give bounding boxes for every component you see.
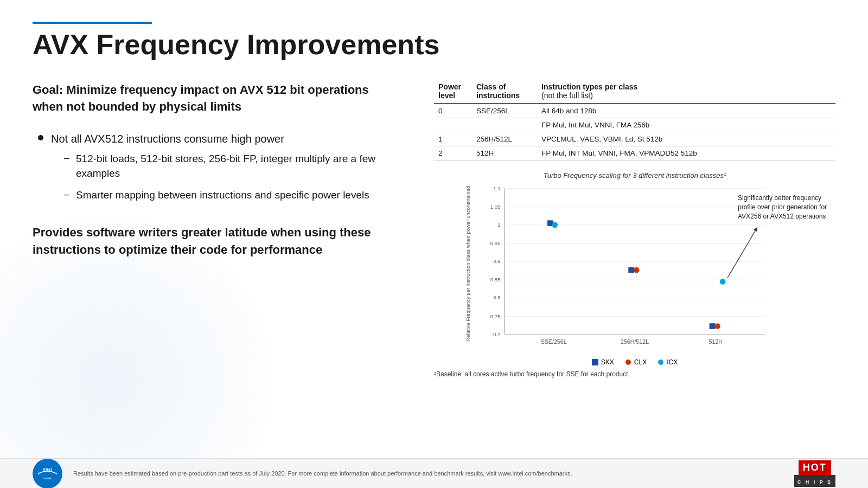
sub-bullet-item-1: – 512-bit loads, 512-bit stores, 256-bit…: [64, 151, 401, 181]
table-cell-class-1: 256H/512L: [472, 132, 537, 146]
svg-text:256H/512L: 256H/512L: [621, 338, 649, 345]
chart-annotation: Significantly better frequency profile o…: [738, 194, 835, 221]
conclusion-text: Provides software writers greater latitu…: [33, 224, 401, 259]
svg-text:512H: 512H: [709, 338, 723, 345]
header-accent-line: [33, 22, 152, 24]
chart-footnote: ¹Baseline: all cores active turbo freque…: [434, 370, 835, 378]
data-point-skx-512h: [710, 323, 716, 329]
data-point-clx-512h: [714, 323, 720, 329]
legend-item-clx: CLX: [625, 358, 647, 366]
data-point-skx-256h: [628, 267, 634, 273]
table-row-0: 0 SSE/256L All 64b and 128b: [434, 104, 835, 118]
page-title: AVX Frequency Improvements: [33, 29, 835, 60]
table-row-1: 1 256H/512L VPCLMUL, VAES, VBMI, Ld, St …: [434, 132, 835, 146]
svg-text:1: 1: [497, 222, 500, 228]
svg-line-24: [727, 229, 756, 279]
legend-label-clx: CLX: [634, 358, 647, 366]
data-point-icx-sse: [552, 222, 558, 228]
svg-text:0.85: 0.85: [490, 277, 501, 283]
svg-text:0.9: 0.9: [493, 258, 500, 264]
sub-dash-2: –: [64, 189, 69, 200]
legend-item-icx: ICX: [658, 358, 678, 366]
main-container: AVX Frequency Improvements Goal: Minimiz…: [0, 0, 868, 488]
legend-icon-clx: [625, 359, 631, 365]
legend-item-skx: SKX: [592, 358, 614, 366]
bullet-list: Not all AVX512 instructions consume high…: [38, 131, 401, 209]
table-cell-instr-2: FP Mul, INT Mul, VNNI, FMA, VPMADD52 512…: [537, 146, 835, 160]
svg-point-25: [626, 359, 631, 365]
svg-text:1.05: 1.05: [490, 204, 501, 210]
table-cell-level-2: 2: [434, 146, 472, 160]
content-layout: Goal: Minimize frequency impact on AVX 5…: [33, 76, 835, 467]
table-cell-instr-0: All 64b and 128b: [537, 104, 835, 118]
bullet-text-1: Not all AVX512 instructions consume high…: [51, 133, 284, 145]
sub-bullet-text-2: Smarter mapping between instructions and…: [76, 188, 369, 203]
svg-text:0.95: 0.95: [490, 240, 501, 246]
svg-text:0.75: 0.75: [490, 313, 501, 319]
annotation-text: Significantly better frequency profile o…: [738, 194, 827, 220]
table-cell-class-0-sub: [472, 118, 537, 132]
svg-point-26: [658, 359, 663, 365]
sub-bullet-item-2: – Smarter mapping between instructions a…: [64, 188, 401, 203]
data-point-icx-512h: [720, 279, 726, 285]
svg-text:0.8: 0.8: [493, 295, 500, 301]
power-class-table: Powerlevel Class ofinstructions Instruct…: [434, 79, 835, 160]
svg-text:1.1: 1.1: [493, 185, 500, 191]
chart-title: Turbo Frequency scaling for 3 different …: [434, 171, 835, 179]
table-cell-level-0: 0: [434, 104, 472, 118]
table-header-power: Powerlevel: [434, 79, 472, 104]
legend-label-skx: SKX: [601, 358, 614, 366]
legend-label-icx: ICX: [667, 358, 678, 366]
table-cell-level-1: 1: [434, 132, 472, 146]
chart-legend: SKX CLX ICX: [434, 358, 835, 366]
svg-text:0.7: 0.7: [493, 331, 500, 337]
table-cell-instr-0-sub: FP Mul, Int Mul, VNNI, FMA 256b: [537, 118, 835, 132]
table-header-class: Class ofinstructions: [472, 79, 537, 104]
sub-bullets: – 512-bit loads, 512-bit stores, 256-bit…: [64, 151, 401, 203]
bullet-item-1: Not all AVX512 instructions consume high…: [38, 131, 401, 209]
svg-text:Relative Frequency per instruc: Relative Frequency per instruction class…: [465, 186, 471, 342]
legend-color-skx: [592, 359, 598, 365]
table-cell-level-0-sub: [434, 118, 472, 132]
svg-text:SSE/256L: SSE/256L: [541, 338, 567, 345]
table-cell-class-0: SSE/256L: [472, 104, 537, 118]
right-column: Powerlevel Class ofinstructions Instruct…: [434, 76, 835, 467]
table-row-0-sub: FP Mul, Int Mul, VNNI, FMA 256b: [434, 118, 835, 132]
table-header-instruction: Instruction types per class(not the full…: [537, 79, 835, 104]
chart-wrapper: Relative Frequency per instruction class…: [434, 183, 835, 356]
sub-bullet-text-1: 512-bit loads, 512-bit stores, 256-bit F…: [76, 151, 401, 181]
goal-statement: Goal: Minimize frequency impact on AVX 5…: [33, 82, 401, 115]
bullet-dot-1: [38, 135, 43, 140]
left-column: Goal: Minimize frequency impact on AVX 5…: [33, 76, 401, 467]
legend-icon-icx: [658, 359, 664, 365]
table-cell-class-2: 512H: [472, 146, 537, 160]
sub-dash-1: –: [64, 152, 69, 164]
data-point-clx-256h: [634, 267, 640, 273]
table-cell-instr-1: VPCLMUL, VAES, VBMI, Ld, St 512b: [537, 132, 835, 146]
table-row-2: 2 512H FP Mul, INT Mul, VNNI, FMA, VPMAD…: [434, 146, 835, 160]
